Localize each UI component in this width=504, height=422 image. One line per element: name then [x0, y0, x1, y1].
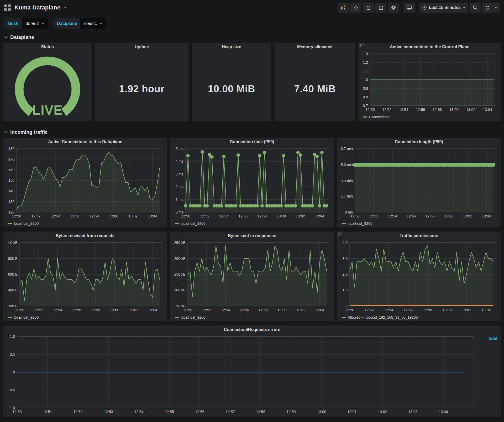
add-panel-button[interactable]: [338, 3, 349, 13]
panel-title[interactable]: Status: [3, 43, 92, 51]
apps-grid-icon[interactable]: [4, 4, 11, 11]
svg-text:12:52: 12:52: [369, 214, 378, 218]
mesh-variable-value[interactable]: default: [22, 18, 48, 29]
zoom-out-button[interactable]: [470, 3, 481, 13]
svg-text:200 kB: 200 kB: [174, 257, 186, 261]
traffic-permissions-chart[interactable]: 4.03.02.01.0012:5012:5212:5412:5612:5813…: [339, 240, 498, 313]
panel-title[interactable]: Traffic permissions: [337, 232, 501, 240]
panel-title[interactable]: Active Connections to this Dataplane: [3, 138, 167, 146]
errors-row: Connection/Requests errors 1.00.50-0.5-1…: [0, 325, 504, 417]
panel-memory-allocated: Memory allocated 7.40 MiB: [275, 43, 355, 121]
refresh-interval-caret-icon[interactable]: [495, 7, 497, 8]
legend-label: Connections: [369, 115, 390, 119]
row-header-incoming-traffic[interactable]: Incoming traffic: [0, 125, 504, 138]
legend-swatch: [363, 116, 367, 117]
legend-item[interactable]: Connections: [363, 115, 390, 119]
share-button[interactable]: [363, 3, 374, 13]
dataplane-variable-picker[interactable]: Dataplane elastic: [54, 18, 106, 29]
svg-text:13:04: 13:04: [482, 214, 491, 218]
panel-info-corner[interactable]: [337, 232, 344, 238]
svg-text:12:54: 12:54: [388, 214, 397, 218]
refresh-button[interactable]: [482, 3, 500, 13]
panel-uptime: Uptime 1.92 hour: [95, 43, 188, 121]
legend-item[interactable]: localhost_9200: [8, 315, 39, 319]
panel-title[interactable]: Bytes received from requests: [3, 232, 167, 240]
svg-text:12:52: 12:52: [365, 308, 374, 312]
svg-text:12:50: 12:50: [345, 308, 354, 312]
cp-connections-chart[interactable]: 1.31.21.11.00.90.80.712:5012:5212:5412:5…: [360, 51, 498, 113]
bytes-sent-chart[interactable]: 250 kB200 kB150 kB100 kB50 kB12:5012:521…: [172, 240, 332, 313]
panel-title[interactable]: Connection/Requests errors: [3, 325, 501, 334]
svg-text:-0.5: -0.5: [9, 388, 15, 392]
bytes-received-chart[interactable]: 1.0 kB800 B600 B400 B200 B12:5012:5212:5…: [5, 240, 165, 313]
panel-title[interactable]: Active connections to the Control Plane: [359, 43, 501, 51]
mesh-variable-label: Mesh: [4, 18, 22, 29]
panel-title[interactable]: Connection length (P99): [337, 138, 501, 146]
save-icon: [379, 5, 384, 10]
panel-title[interactable]: Uptime: [95, 43, 188, 51]
panel-connection-length: Connection length (P99) 6.7 min5.0 min3.…: [337, 138, 501, 227]
svg-text:4.0: 4.0: [343, 241, 348, 245]
active-connections-chart[interactable]: 18017016015014013012012:5012:5212:5412:5…: [5, 146, 165, 219]
legend-item-total[interactable]: total: [489, 336, 497, 340]
monitor-icon: [407, 5, 412, 10]
svg-text:100 kB: 100 kB: [174, 288, 186, 292]
legend-label: localhost_9200: [181, 221, 206, 226]
legend-label: localhost_9200: [348, 221, 372, 226]
legend-swatch: [8, 223, 12, 224]
svg-text:13:00: 13:00: [109, 214, 118, 218]
panel-traffic-permissions: i Traffic permissions 4.03.02.01.0012:50…: [337, 232, 501, 321]
legend-item[interactable]: localhost_9200: [175, 315, 206, 319]
svg-text:3.3 min: 3.3 min: [341, 179, 353, 183]
panel-title[interactable]: Bytes sent in responses: [170, 232, 334, 240]
legend-item[interactable]: Allowed - inbound_192_168_33_50_19200: [342, 315, 418, 319]
star-button[interactable]: [350, 3, 361, 13]
legend-item[interactable]: localhost_9200: [342, 221, 372, 226]
svg-text:50 kB: 50 kB: [176, 304, 186, 308]
svg-text:12:58: 12:58: [423, 308, 432, 312]
svg-text:130: 130: [8, 200, 15, 204]
svg-text:12:53: 12:53: [104, 410, 113, 414]
svg-text:12:52: 12:52: [31, 214, 40, 218]
svg-text:400 B: 400 B: [8, 288, 18, 292]
cycle-view-mode-button[interactable]: [404, 3, 415, 13]
svg-text:12:56: 12:56: [407, 214, 416, 218]
panel-title[interactable]: Memory allocated: [275, 43, 355, 51]
svg-text:150: 150: [8, 178, 15, 183]
dataplane-variable-value[interactable]: elastic: [80, 18, 106, 29]
svg-text:12:54: 12:54: [51, 214, 60, 218]
mesh-variable-picker[interactable]: Mesh default: [4, 18, 48, 29]
save-button[interactable]: [375, 3, 386, 13]
svg-text:3.0: 3.0: [343, 257, 348, 261]
svg-text:13:02: 13:02: [462, 308, 471, 312]
dataplane-row: Status LIVE Uptime 1.92 hour Heap size 1…: [0, 43, 504, 121]
panel-title[interactable]: Heap size: [192, 43, 271, 51]
svg-text:12:56: 12:56: [240, 308, 249, 312]
legend-item[interactable]: localhost_9200: [8, 221, 39, 226]
row-header-dataplane[interactable]: Dataplane: [0, 30, 504, 43]
panel-info-corner[interactable]: [359, 43, 365, 50]
settings-button[interactable]: [388, 3, 399, 13]
svg-text:12:50: 12:50: [12, 410, 22, 414]
svg-text:12:54: 12:54: [399, 108, 408, 112]
errors-chart[interactable]: 1.00.50-0.5-1.012:5012:5112:5212:5312:54…: [5, 334, 476, 415]
svg-text:12:54: 12:54: [219, 214, 228, 218]
svg-text:13:02: 13:02: [296, 308, 305, 312]
svg-text:12:58: 12:58: [258, 214, 267, 218]
svg-text:13:00: 13:00: [317, 410, 326, 414]
dataplane-caret-icon: [99, 23, 102, 24]
svg-text:13:00: 13:00: [277, 214, 286, 218]
connection-time-chart[interactable]: 5 ms4 ms3 ms2 ms1 ms0 ms12:5012:5212:541…: [172, 146, 332, 219]
legend-item[interactable]: localhost_9200: [175, 221, 206, 226]
time-picker-button[interactable]: Last 15 minutes: [419, 3, 468, 13]
svg-text:160: 160: [8, 168, 15, 172]
dashboard-title[interactable]: Kuma Dataplane: [14, 4, 60, 11]
svg-text:2 ms: 2 ms: [175, 185, 183, 189]
panel-heap-size: Heap size 10.00 MiB: [192, 43, 271, 121]
connection-length-chart[interactable]: 6.7 min5.0 min3.3 min1.7 min0 ms12:5012:…: [339, 146, 498, 219]
panel-title[interactable]: Connection time (P99): [170, 138, 334, 146]
svg-text:13:00: 13:00: [110, 308, 119, 312]
incoming-traffic-row-1: Active Connections to this Dataplane 180…: [0, 138, 504, 227]
dashboard-title-caret-icon[interactable]: [64, 7, 67, 8]
svg-text:0: 0: [346, 304, 348, 308]
